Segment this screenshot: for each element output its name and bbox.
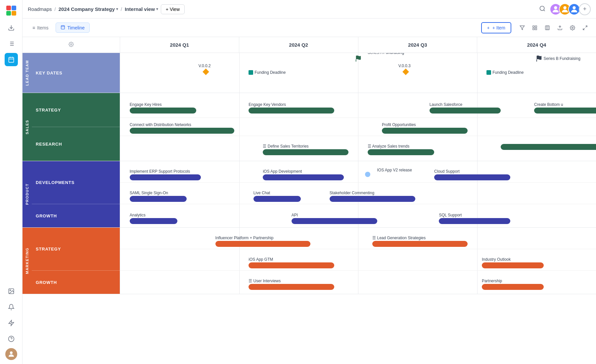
- funding-deadline-1: Funding Deadline: [249, 70, 286, 75]
- sidebar-help-icon[interactable]: [5, 332, 18, 345]
- product-growth-row: Analytics API SQL Support: [120, 204, 596, 227]
- sales-group: SALES STRATEGY RESEARCH: [23, 93, 596, 161]
- gear-config-icon[interactable]: [69, 42, 74, 48]
- sidebar-list-icon[interactable]: [5, 37, 18, 50]
- svg-marker-30: [520, 26, 524, 30]
- define-sales-bar: ☰ Define Sales Territories: [263, 144, 348, 155]
- marketing-strategy-row2: iOS App GTM Industry Outlook: [120, 249, 596, 271]
- launch-salesforce-bar: Launch Salesforce: [430, 102, 501, 114]
- erp-bar: Implement ERP Support Protocols: [130, 169, 201, 180]
- app-logo[interactable]: [5, 4, 18, 17]
- toolbar-icons: [517, 22, 591, 33]
- svg-point-25: [573, 6, 575, 9]
- product-label: PRODUCT: [23, 161, 32, 227]
- engage-key-vendors-bar: Engage Key Vendors: [249, 102, 334, 114]
- ios-v2-label: IOS App V2 release: [377, 168, 412, 172]
- svg-point-16: [10, 290, 10, 291]
- lead-gen-bar: ☰ Lead Generation Strategies: [372, 236, 468, 247]
- avatar-3[interactable]: [568, 3, 580, 15]
- svg-rect-35: [545, 26, 549, 30]
- live-chat-bar: Live Chat: [253, 191, 301, 202]
- marketing-strategy-row1: Influencer Platform + Partnership ☰ Lead…: [120, 228, 596, 249]
- breadcrumb-roadmaps[interactable]: Roadmaps: [28, 6, 52, 12]
- breadcrumb-project[interactable]: 2024 Company Strategy ▾: [59, 6, 118, 12]
- items-tab-icon: ≡: [32, 25, 35, 30]
- breadcrumb-sep1: /: [55, 6, 56, 12]
- series-b-label: Series B Fundraising: [543, 56, 580, 61]
- columns-icon-btn[interactable]: [542, 22, 553, 33]
- timeline-tab[interactable]: Timeline: [56, 23, 89, 33]
- chevron-down-icon2: ▾: [156, 7, 158, 11]
- svg-rect-26: [61, 25, 65, 29]
- partnership-bar: Partnership: [482, 279, 544, 290]
- svg-point-42: [70, 44, 72, 45]
- svg-point-23: [554, 6, 557, 9]
- sidebar-lightning-icon[interactable]: [5, 316, 18, 330]
- analytics-bar: Analytics: [130, 213, 177, 224]
- stakeholder-bar: Stakeholder Commenting: [330, 191, 415, 202]
- marketing-group: MARKETING STRATEGY GROWTH: [23, 228, 596, 294]
- ios-gtm-bar: iOS App GTM: [249, 257, 334, 268]
- series-a-flag: Series A Fundraising: [355, 55, 362, 62]
- export-icon-btn[interactable]: [554, 22, 566, 33]
- svg-line-22: [544, 10, 545, 11]
- svg-rect-11: [9, 57, 14, 62]
- create-bottom-bar: Create Bottom u: [534, 102, 596, 114]
- svg-rect-3: [12, 11, 16, 16]
- avatar-add-button[interactable]: +: [579, 3, 591, 15]
- svg-point-20: [10, 351, 13, 354]
- sales-research-q4-bar: [501, 144, 596, 150]
- sales-research-label: RESEARCH: [32, 127, 120, 161]
- marketing-growth-row: ☰ User Interviews Partnership: [120, 271, 596, 294]
- q4-header: 2024 Q4: [477, 37, 596, 53]
- analyze-sales-bar: ☰ Analyze Sales trends: [368, 144, 434, 155]
- v003-milestone: V.0.0.3: [403, 69, 408, 74]
- svg-rect-1: [12, 6, 16, 10]
- timeline-tab-icon: [61, 25, 65, 30]
- sql-bar: SQL Support: [439, 213, 510, 224]
- add-item-button[interactable]: + + Item: [481, 22, 511, 33]
- sales-strategy-row2: Connect with Distribution Networks Profi…: [120, 118, 596, 136]
- sales-research-row: ☰ Define Sales Territories ☰ Analyze Sal…: [120, 136, 596, 161]
- svg-point-21: [540, 6, 544, 10]
- sales-strategy-label: STRATEGY: [32, 93, 120, 127]
- connect-distribution-bar2: Connect with Distribution Networks: [130, 122, 234, 134]
- product-dev-row1: Implement ERP Support Protocols iOS App …: [120, 161, 596, 183]
- sidebar-image-icon[interactable]: [5, 285, 18, 298]
- ios-v2-dot: [365, 172, 370, 177]
- group-icon-btn[interactable]: [529, 22, 540, 33]
- left-sidebar: [0, 0, 23, 364]
- lead-team-label: LEAD TEAM: [23, 53, 32, 93]
- key-dates-label: KEY DATES: [32, 53, 120, 93]
- main-content: Roadmaps / 2024 Company Strategy ▾ / Int…: [23, 0, 596, 364]
- svg-line-41: [583, 28, 585, 30]
- toolbar: ≡ Items Timeline + + Item: [23, 19, 596, 37]
- q2-header: 2024 Q2: [239, 37, 358, 53]
- cloud-support-bar: Cloud Support: [434, 169, 510, 180]
- avatar-group: +: [550, 3, 591, 15]
- sidebar-download-icon[interactable]: [5, 21, 18, 34]
- sidebar-bell-icon[interactable]: [5, 300, 18, 314]
- settings-icon-btn[interactable]: [567, 22, 578, 33]
- profit-opportunities-bar: Profit Opportunities: [382, 122, 468, 134]
- marketing-growth-label: GROWTH: [32, 271, 120, 294]
- breadcrumb-view[interactable]: Internal view ▾: [125, 6, 158, 12]
- fullscreen-icon-btn[interactable]: [579, 22, 591, 33]
- chevron-down-icon: ▾: [116, 7, 118, 11]
- breadcrumb-sep2: /: [121, 6, 122, 12]
- sidebar-roadmap-icon[interactable]: [5, 53, 18, 66]
- search-icon[interactable]: [539, 5, 546, 13]
- add-view-button[interactable]: + View: [161, 4, 185, 14]
- v002-milestone: V.0.0.2: [204, 69, 208, 74]
- user-avatar[interactable]: [5, 348, 17, 360]
- filter-icon-btn[interactable]: [517, 22, 528, 33]
- items-tab[interactable]: ≡ Items: [28, 23, 53, 32]
- product-dev-label: DEVELOPMENTS: [32, 161, 120, 204]
- header: Roadmaps / 2024 Company Strategy ▾ / Int…: [23, 0, 596, 19]
- q3-header: 2024 Q3: [358, 37, 478, 53]
- svg-rect-33: [533, 28, 534, 30]
- product-group: PRODUCT DEVELOPMENTS GROWTH: [23, 161, 596, 228]
- product-dev-row2: SAML Single Sign-On Live Chat Stakeholde…: [120, 183, 596, 204]
- svg-line-40: [585, 26, 587, 27]
- product-growth-label: GROWTH: [32, 204, 120, 227]
